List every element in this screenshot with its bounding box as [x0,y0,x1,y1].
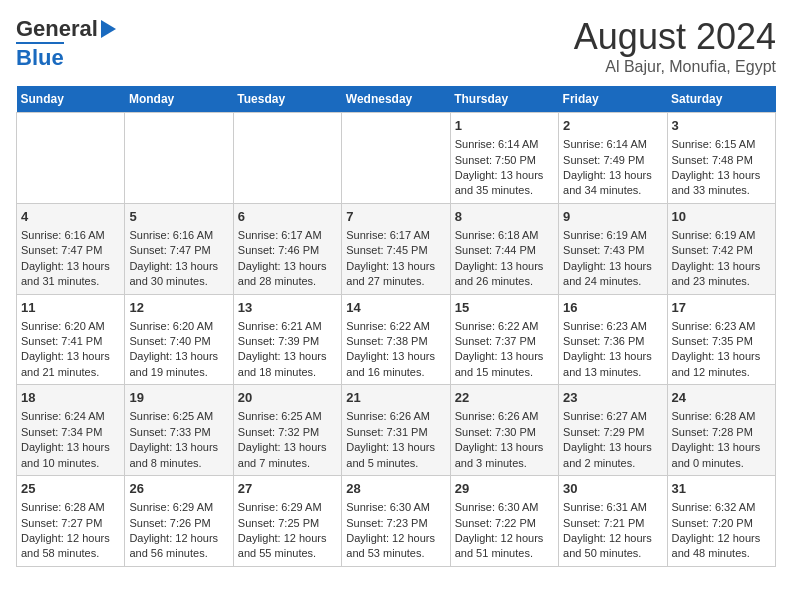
day-info: Sunset: 7:49 PM [563,153,662,168]
calendar-cell: 10Sunrise: 6:19 AMSunset: 7:42 PMDayligh… [667,203,775,294]
day-info: Sunset: 7:37 PM [455,334,554,349]
calendar-week-row: 4Sunrise: 6:16 AMSunset: 7:47 PMDaylight… [17,203,776,294]
day-info: Sunrise: 6:16 AM [129,228,228,243]
day-number: 1 [455,117,554,135]
calendar-cell: 29Sunrise: 6:30 AMSunset: 7:22 PMDayligh… [450,476,558,567]
calendar-cell: 7Sunrise: 6:17 AMSunset: 7:45 PMDaylight… [342,203,450,294]
day-number: 18 [21,389,120,407]
header-saturday: Saturday [667,86,775,113]
day-info: Sunrise: 6:25 AM [238,409,337,424]
day-info: Daylight: 12 hours and 51 minutes. [455,531,554,562]
day-info: Sunrise: 6:23 AM [672,319,771,334]
day-number: 6 [238,208,337,226]
day-info: Sunset: 7:26 PM [129,516,228,531]
day-info: Sunrise: 6:22 AM [455,319,554,334]
calendar-cell: 3Sunrise: 6:15 AMSunset: 7:48 PMDaylight… [667,113,775,204]
calendar-cell: 20Sunrise: 6:25 AMSunset: 7:32 PMDayligh… [233,385,341,476]
day-info: Sunrise: 6:20 AM [129,319,228,334]
day-number: 11 [21,299,120,317]
calendar-cell: 2Sunrise: 6:14 AMSunset: 7:49 PMDaylight… [559,113,667,204]
day-info: Sunset: 7:29 PM [563,425,662,440]
day-info: Daylight: 13 hours and 8 minutes. [129,440,228,471]
header-tuesday: Tuesday [233,86,341,113]
day-info: Sunset: 7:31 PM [346,425,445,440]
day-info: Sunrise: 6:28 AM [672,409,771,424]
day-number: 15 [455,299,554,317]
day-info: Daylight: 13 hours and 27 minutes. [346,259,445,290]
day-number: 9 [563,208,662,226]
page-title: August 2024 [574,16,776,58]
day-info: Sunset: 7:42 PM [672,243,771,258]
calendar-cell: 28Sunrise: 6:30 AMSunset: 7:23 PMDayligh… [342,476,450,567]
page-header: General Blue August 2024 Al Bajur, Monuf… [16,16,776,76]
header-monday: Monday [125,86,233,113]
day-info: Sunset: 7:35 PM [672,334,771,349]
day-info: Daylight: 13 hours and 12 minutes. [672,349,771,380]
day-info: Daylight: 13 hours and 30 minutes. [129,259,228,290]
day-info: Sunrise: 6:30 AM [455,500,554,515]
day-info: Daylight: 13 hours and 31 minutes. [21,259,120,290]
day-info: Sunset: 7:43 PM [563,243,662,258]
day-info: Sunset: 7:46 PM [238,243,337,258]
day-number: 3 [672,117,771,135]
day-number: 28 [346,480,445,498]
day-info: Sunrise: 6:26 AM [455,409,554,424]
day-info: Daylight: 13 hours and 15 minutes. [455,349,554,380]
day-info: Sunset: 7:41 PM [21,334,120,349]
day-number: 25 [21,480,120,498]
logo-text-general: General [16,16,98,42]
day-info: Daylight: 13 hours and 23 minutes. [672,259,771,290]
calendar-week-row: 25Sunrise: 6:28 AMSunset: 7:27 PMDayligh… [17,476,776,567]
day-number: 26 [129,480,228,498]
day-info: Sunrise: 6:23 AM [563,319,662,334]
page-subtitle: Al Bajur, Monufia, Egypt [574,58,776,76]
calendar-cell: 30Sunrise: 6:31 AMSunset: 7:21 PMDayligh… [559,476,667,567]
calendar-cell: 31Sunrise: 6:32 AMSunset: 7:20 PMDayligh… [667,476,775,567]
day-info: Daylight: 13 hours and 18 minutes. [238,349,337,380]
day-info: Sunrise: 6:14 AM [563,137,662,152]
day-number: 4 [21,208,120,226]
day-info: Daylight: 13 hours and 5 minutes. [346,440,445,471]
header-wednesday: Wednesday [342,86,450,113]
day-info: Daylight: 12 hours and 53 minutes. [346,531,445,562]
calendar-cell: 8Sunrise: 6:18 AMSunset: 7:44 PMDaylight… [450,203,558,294]
day-number: 5 [129,208,228,226]
calendar-cell: 11Sunrise: 6:20 AMSunset: 7:41 PMDayligh… [17,294,125,385]
day-info: Sunrise: 6:17 AM [238,228,337,243]
day-info: Sunrise: 6:24 AM [21,409,120,424]
day-info: Sunrise: 6:22 AM [346,319,445,334]
day-number: 22 [455,389,554,407]
day-number: 8 [455,208,554,226]
day-number: 16 [563,299,662,317]
calendar-cell: 17Sunrise: 6:23 AMSunset: 7:35 PMDayligh… [667,294,775,385]
calendar-cell: 9Sunrise: 6:19 AMSunset: 7:43 PMDaylight… [559,203,667,294]
day-info: Sunset: 7:47 PM [21,243,120,258]
day-number: 24 [672,389,771,407]
day-info: Sunrise: 6:28 AM [21,500,120,515]
day-info: Sunset: 7:27 PM [21,516,120,531]
header-friday: Friday [559,86,667,113]
calendar-week-row: 1Sunrise: 6:14 AMSunset: 7:50 PMDaylight… [17,113,776,204]
day-number: 23 [563,389,662,407]
day-number: 19 [129,389,228,407]
day-info: Daylight: 13 hours and 2 minutes. [563,440,662,471]
day-info: Sunset: 7:47 PM [129,243,228,258]
day-number: 27 [238,480,337,498]
day-info: Sunrise: 6:14 AM [455,137,554,152]
day-info: Sunrise: 6:29 AM [238,500,337,515]
day-info: Daylight: 12 hours and 48 minutes. [672,531,771,562]
calendar-cell: 15Sunrise: 6:22 AMSunset: 7:37 PMDayligh… [450,294,558,385]
day-number: 12 [129,299,228,317]
calendar-cell: 13Sunrise: 6:21 AMSunset: 7:39 PMDayligh… [233,294,341,385]
day-info: Daylight: 13 hours and 28 minutes. [238,259,337,290]
day-info: Daylight: 12 hours and 58 minutes. [21,531,120,562]
day-info: Sunset: 7:45 PM [346,243,445,258]
day-info: Daylight: 12 hours and 56 minutes. [129,531,228,562]
day-info: Daylight: 13 hours and 16 minutes. [346,349,445,380]
calendar-cell: 18Sunrise: 6:24 AMSunset: 7:34 PMDayligh… [17,385,125,476]
calendar-cell [233,113,341,204]
logo: General Blue [16,16,116,71]
calendar-cell: 22Sunrise: 6:26 AMSunset: 7:30 PMDayligh… [450,385,558,476]
calendar-cell: 24Sunrise: 6:28 AMSunset: 7:28 PMDayligh… [667,385,775,476]
calendar-cell: 23Sunrise: 6:27 AMSunset: 7:29 PMDayligh… [559,385,667,476]
